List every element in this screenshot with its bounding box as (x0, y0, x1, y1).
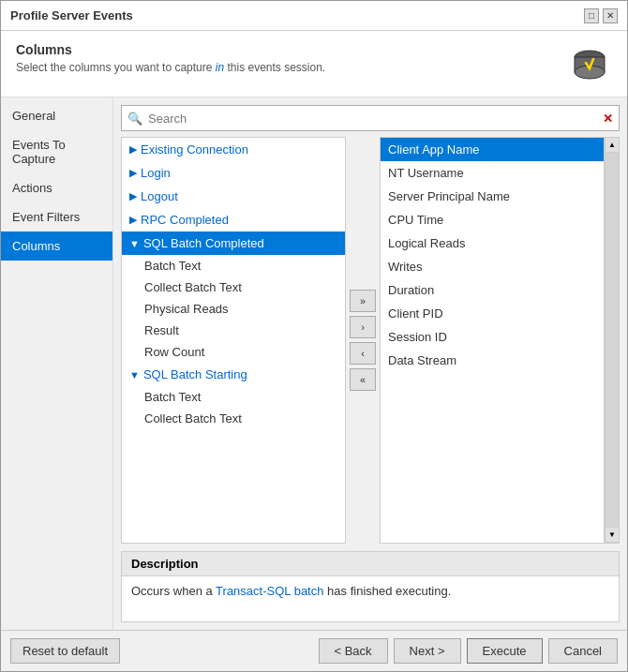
columns-scrollbar[interactable]: ▲ ▼ (605, 137, 620, 544)
desc-before: Select the columns you want to capture (16, 61, 216, 74)
arrow-icon: ▶ (129, 214, 137, 226)
middle-section: ▶ Existing Connection ▶ Login ▶ Logout (121, 137, 620, 544)
main-area: General Events To Capture Actions Event … (1, 97, 627, 630)
columns-list: Client App Name NT Username Server Princ… (380, 137, 605, 544)
arrow-icon: ▶ (129, 190, 137, 202)
column-item-data-stream[interactable]: Data Stream (381, 349, 604, 372)
event-group-label: SQL Batch Completed (143, 236, 264, 250)
event-group-label: Existing Connection (141, 142, 248, 157)
event-item-physical-reads[interactable]: Physical Reads (122, 298, 345, 320)
event-item-batch-text[interactable]: Batch Text (122, 255, 345, 276)
event-group-label: SQL Batch Starting (143, 367, 247, 381)
arrow-icon: ▼ (129, 369, 140, 381)
event-group-login[interactable]: ▶ Login (122, 161, 345, 185)
column-item-cpu-time[interactable]: CPU Time (381, 208, 604, 231)
header-icon (567, 42, 612, 87)
search-clear-icon[interactable]: ✕ (603, 112, 613, 126)
column-item-nt-username[interactable]: NT Username (381, 161, 604, 185)
event-item-row-count[interactable]: Row Count (122, 341, 345, 363)
event-group-rpc-completed[interactable]: ▶ RPC Completed (122, 208, 345, 231)
move-all-right-button[interactable]: » (350, 290, 376, 312)
column-item-client-pid[interactable]: Client PID (381, 302, 604, 325)
title-bar-controls: □ ✕ (584, 8, 618, 23)
search-input[interactable] (148, 112, 603, 126)
reset-to-default-button[interactable]: Reset to default (10, 638, 120, 664)
arrow-icon: ▶ (129, 167, 137, 179)
event-group-existing-connection[interactable]: ▶ Existing Connection (122, 138, 345, 161)
sidebar-item-events-to-capture[interactable]: Events To Capture (1, 130, 112, 173)
event-group-label: RPC Completed (141, 213, 229, 227)
column-item-client-app-name[interactable]: Client App Name (381, 138, 604, 161)
event-item-collect-batch-text[interactable]: Collect Batch Text (122, 276, 345, 298)
execute-button[interactable]: Execute (467, 638, 543, 664)
footer-nav-buttons: < Back Next > Execute Cancel (319, 638, 619, 664)
search-icon: 🔍 (127, 112, 142, 126)
columns-with-scroll: Client App Name NT Username Server Princ… (380, 137, 620, 544)
main-window: Profile Server Events □ ✕ Columns Select… (0, 0, 628, 672)
column-item-server-principal-name[interactable]: Server Principal Name (381, 185, 604, 208)
event-group-sql-batch-starting[interactable]: ▼ SQL Batch Starting (122, 363, 345, 386)
sidebar-item-actions[interactable]: Actions (1, 173, 112, 202)
event-group-logout[interactable]: ▶ Logout (122, 185, 345, 208)
desc-after: this events session. (224, 61, 325, 74)
event-item-result[interactable]: Result (122, 320, 345, 341)
description-header: Description (122, 552, 619, 576)
move-right-button[interactable]: › (350, 316, 376, 338)
section-description: Select the columns you want to capture i… (16, 61, 325, 74)
description-body: Occurs when a Transact-SQL batch has fin… (122, 576, 619, 621)
event-group-label: Logout (141, 189, 178, 203)
event-group-label: Login (141, 166, 171, 180)
event-item-batch-text-2[interactable]: Batch Text (122, 386, 345, 408)
content-header: Columns Select the columns you want to c… (1, 31, 627, 97)
event-list: ▶ Existing Connection ▶ Login ▶ Logout (121, 137, 346, 544)
event-item-collect-batch-text-2[interactable]: Collect Batch Text (122, 408, 345, 429)
arrow-icon: ▼ (129, 238, 140, 249)
close-button[interactable]: ✕ (603, 8, 618, 23)
sidebar-item-event-filters[interactable]: Event Filters (1, 202, 112, 231)
desc-text-after: has finished executing. (323, 584, 451, 598)
header-text: Columns Select the columns you want to c… (16, 42, 325, 74)
sidebar-item-columns[interactable]: Columns (1, 231, 112, 261)
minimize-button[interactable]: □ (584, 8, 599, 23)
right-panel: 🔍 ✕ ▶ Existing Connection ▶ Login (113, 97, 627, 630)
move-left-button[interactable]: ‹ (350, 342, 376, 365)
column-item-duration[interactable]: Duration (381, 278, 604, 302)
scroll-down-button[interactable]: ▼ (606, 528, 619, 543)
title-bar: Profile Server Events □ ✕ (1, 1, 627, 31)
arrow-icon: ▶ (129, 143, 137, 156)
column-item-writes[interactable]: Writes (381, 255, 604, 278)
footer: Reset to default < Back Next > Execute C… (1, 630, 627, 671)
transfer-buttons: » › ‹ « (346, 137, 380, 544)
next-button[interactable]: Next > (394, 638, 461, 664)
desc-text-before: Occurs when a (131, 584, 216, 598)
search-bar: 🔍 ✕ (121, 105, 620, 131)
description-section: Description Occurs when a Transact-SQL b… (121, 551, 620, 622)
sidebar-item-general[interactable]: General (1, 101, 112, 130)
desc-text-link[interactable]: Transact-SQL batch (216, 584, 323, 598)
move-all-left-button[interactable]: « (350, 368, 376, 391)
cancel-button[interactable]: Cancel (548, 638, 618, 664)
event-group-sql-batch-completed[interactable]: ▼ SQL Batch Completed (122, 231, 345, 255)
desc-link: in (216, 61, 224, 74)
column-item-session-id[interactable]: Session ID (381, 325, 604, 349)
window-title: Profile Server Events (10, 8, 133, 22)
scroll-up-button[interactable]: ▲ (606, 138, 619, 153)
section-title: Columns (16, 42, 325, 57)
back-button[interactable]: < Back (319, 638, 388, 664)
column-item-logical-reads[interactable]: Logical Reads (381, 231, 604, 255)
sidebar: General Events To Capture Actions Event … (1, 97, 113, 630)
